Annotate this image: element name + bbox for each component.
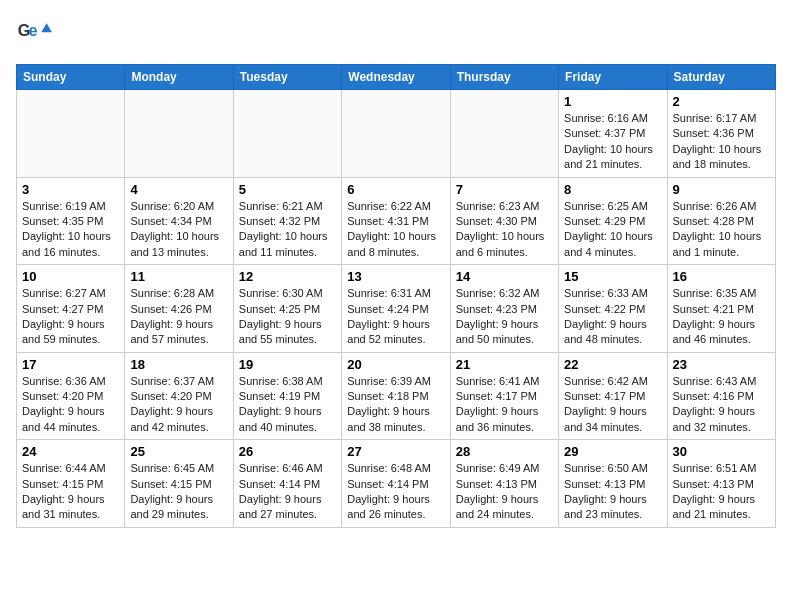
- calendar-week-row: 10Sunrise: 6:27 AM Sunset: 4:27 PM Dayli…: [17, 265, 776, 353]
- day-number: 2: [673, 94, 770, 109]
- day-number: 11: [130, 269, 227, 284]
- day-number: 13: [347, 269, 444, 284]
- calendar-week-row: 3Sunrise: 6:19 AM Sunset: 4:35 PM Daylig…: [17, 177, 776, 265]
- day-info: Sunrise: 6:43 AM Sunset: 4:16 PM Dayligh…: [673, 374, 770, 436]
- day-cell-1: 1Sunrise: 6:16 AM Sunset: 4:37 PM Daylig…: [559, 90, 667, 178]
- day-info: Sunrise: 6:23 AM Sunset: 4:30 PM Dayligh…: [456, 199, 553, 261]
- day-number: 5: [239, 182, 336, 197]
- day-info: Sunrise: 6:33 AM Sunset: 4:22 PM Dayligh…: [564, 286, 661, 348]
- column-header-wednesday: Wednesday: [342, 65, 450, 90]
- day-number: 21: [456, 357, 553, 372]
- day-cell-20: 20Sunrise: 6:39 AM Sunset: 4:18 PM Dayli…: [342, 352, 450, 440]
- day-info: Sunrise: 6:48 AM Sunset: 4:14 PM Dayligh…: [347, 461, 444, 523]
- day-number: 29: [564, 444, 661, 459]
- day-number: 25: [130, 444, 227, 459]
- day-info: Sunrise: 6:51 AM Sunset: 4:13 PM Dayligh…: [673, 461, 770, 523]
- calendar-body: 1Sunrise: 6:16 AM Sunset: 4:37 PM Daylig…: [17, 90, 776, 528]
- empty-cell: [342, 90, 450, 178]
- day-cell-15: 15Sunrise: 6:33 AM Sunset: 4:22 PM Dayli…: [559, 265, 667, 353]
- day-cell-3: 3Sunrise: 6:19 AM Sunset: 4:35 PM Daylig…: [17, 177, 125, 265]
- day-info: Sunrise: 6:39 AM Sunset: 4:18 PM Dayligh…: [347, 374, 444, 436]
- day-number: 23: [673, 357, 770, 372]
- day-number: 7: [456, 182, 553, 197]
- day-number: 19: [239, 357, 336, 372]
- day-cell-12: 12Sunrise: 6:30 AM Sunset: 4:25 PM Dayli…: [233, 265, 341, 353]
- day-number: 1: [564, 94, 661, 109]
- column-header-sunday: Sunday: [17, 65, 125, 90]
- day-info: Sunrise: 6:35 AM Sunset: 4:21 PM Dayligh…: [673, 286, 770, 348]
- day-cell-7: 7Sunrise: 6:23 AM Sunset: 4:30 PM Daylig…: [450, 177, 558, 265]
- column-header-tuesday: Tuesday: [233, 65, 341, 90]
- day-number: 26: [239, 444, 336, 459]
- column-header-thursday: Thursday: [450, 65, 558, 90]
- day-cell-11: 11Sunrise: 6:28 AM Sunset: 4:26 PM Dayli…: [125, 265, 233, 353]
- day-info: Sunrise: 6:27 AM Sunset: 4:27 PM Dayligh…: [22, 286, 119, 348]
- day-cell-24: 24Sunrise: 6:44 AM Sunset: 4:15 PM Dayli…: [17, 440, 125, 528]
- day-number: 30: [673, 444, 770, 459]
- day-info: Sunrise: 6:46 AM Sunset: 4:14 PM Dayligh…: [239, 461, 336, 523]
- day-number: 6: [347, 182, 444, 197]
- day-number: 16: [673, 269, 770, 284]
- day-info: Sunrise: 6:38 AM Sunset: 4:19 PM Dayligh…: [239, 374, 336, 436]
- logo: G e: [16, 16, 56, 52]
- day-info: Sunrise: 6:19 AM Sunset: 4:35 PM Dayligh…: [22, 199, 119, 261]
- day-number: 24: [22, 444, 119, 459]
- page-header: G e: [16, 16, 776, 52]
- day-cell-30: 30Sunrise: 6:51 AM Sunset: 4:13 PM Dayli…: [667, 440, 775, 528]
- day-info: Sunrise: 6:32 AM Sunset: 4:23 PM Dayligh…: [456, 286, 553, 348]
- day-number: 20: [347, 357, 444, 372]
- day-info: Sunrise: 6:50 AM Sunset: 4:13 PM Dayligh…: [564, 461, 661, 523]
- day-number: 27: [347, 444, 444, 459]
- column-header-monday: Monday: [125, 65, 233, 90]
- day-info: Sunrise: 6:17 AM Sunset: 4:36 PM Dayligh…: [673, 111, 770, 173]
- day-number: 3: [22, 182, 119, 197]
- day-cell-13: 13Sunrise: 6:31 AM Sunset: 4:24 PM Dayli…: [342, 265, 450, 353]
- day-info: Sunrise: 6:31 AM Sunset: 4:24 PM Dayligh…: [347, 286, 444, 348]
- day-cell-23: 23Sunrise: 6:43 AM Sunset: 4:16 PM Dayli…: [667, 352, 775, 440]
- empty-cell: [233, 90, 341, 178]
- empty-cell: [450, 90, 558, 178]
- day-cell-29: 29Sunrise: 6:50 AM Sunset: 4:13 PM Dayli…: [559, 440, 667, 528]
- day-info: Sunrise: 6:37 AM Sunset: 4:20 PM Dayligh…: [130, 374, 227, 436]
- day-cell-28: 28Sunrise: 6:49 AM Sunset: 4:13 PM Dayli…: [450, 440, 558, 528]
- day-info: Sunrise: 6:41 AM Sunset: 4:17 PM Dayligh…: [456, 374, 553, 436]
- calendar-week-row: 24Sunrise: 6:44 AM Sunset: 4:15 PM Dayli…: [17, 440, 776, 528]
- day-info: Sunrise: 6:45 AM Sunset: 4:15 PM Dayligh…: [130, 461, 227, 523]
- day-number: 15: [564, 269, 661, 284]
- day-number: 28: [456, 444, 553, 459]
- day-cell-22: 22Sunrise: 6:42 AM Sunset: 4:17 PM Dayli…: [559, 352, 667, 440]
- day-info: Sunrise: 6:44 AM Sunset: 4:15 PM Dayligh…: [22, 461, 119, 523]
- day-info: Sunrise: 6:25 AM Sunset: 4:29 PM Dayligh…: [564, 199, 661, 261]
- day-number: 4: [130, 182, 227, 197]
- calendar-header-row: SundayMondayTuesdayWednesdayThursdayFrid…: [17, 65, 776, 90]
- day-info: Sunrise: 6:36 AM Sunset: 4:20 PM Dayligh…: [22, 374, 119, 436]
- logo-icon: G e: [16, 16, 52, 52]
- day-info: Sunrise: 6:16 AM Sunset: 4:37 PM Dayligh…: [564, 111, 661, 173]
- day-cell-14: 14Sunrise: 6:32 AM Sunset: 4:23 PM Dayli…: [450, 265, 558, 353]
- day-info: Sunrise: 6:21 AM Sunset: 4:32 PM Dayligh…: [239, 199, 336, 261]
- day-cell-4: 4Sunrise: 6:20 AM Sunset: 4:34 PM Daylig…: [125, 177, 233, 265]
- day-cell-18: 18Sunrise: 6:37 AM Sunset: 4:20 PM Dayli…: [125, 352, 233, 440]
- day-cell-6: 6Sunrise: 6:22 AM Sunset: 4:31 PM Daylig…: [342, 177, 450, 265]
- day-cell-21: 21Sunrise: 6:41 AM Sunset: 4:17 PM Dayli…: [450, 352, 558, 440]
- calendar-week-row: 17Sunrise: 6:36 AM Sunset: 4:20 PM Dayli…: [17, 352, 776, 440]
- day-info: Sunrise: 6:42 AM Sunset: 4:17 PM Dayligh…: [564, 374, 661, 436]
- column-header-saturday: Saturday: [667, 65, 775, 90]
- day-number: 14: [456, 269, 553, 284]
- calendar-week-row: 1Sunrise: 6:16 AM Sunset: 4:37 PM Daylig…: [17, 90, 776, 178]
- day-number: 12: [239, 269, 336, 284]
- day-number: 22: [564, 357, 661, 372]
- day-cell-25: 25Sunrise: 6:45 AM Sunset: 4:15 PM Dayli…: [125, 440, 233, 528]
- day-cell-10: 10Sunrise: 6:27 AM Sunset: 4:27 PM Dayli…: [17, 265, 125, 353]
- empty-cell: [125, 90, 233, 178]
- day-cell-2: 2Sunrise: 6:17 AM Sunset: 4:36 PM Daylig…: [667, 90, 775, 178]
- day-cell-9: 9Sunrise: 6:26 AM Sunset: 4:28 PM Daylig…: [667, 177, 775, 265]
- day-info: Sunrise: 6:22 AM Sunset: 4:31 PM Dayligh…: [347, 199, 444, 261]
- day-cell-27: 27Sunrise: 6:48 AM Sunset: 4:14 PM Dayli…: [342, 440, 450, 528]
- day-number: 18: [130, 357, 227, 372]
- day-cell-17: 17Sunrise: 6:36 AM Sunset: 4:20 PM Dayli…: [17, 352, 125, 440]
- svg-text:e: e: [29, 21, 38, 39]
- day-info: Sunrise: 6:20 AM Sunset: 4:34 PM Dayligh…: [130, 199, 227, 261]
- calendar-table: SundayMondayTuesdayWednesdayThursdayFrid…: [16, 64, 776, 528]
- day-number: 17: [22, 357, 119, 372]
